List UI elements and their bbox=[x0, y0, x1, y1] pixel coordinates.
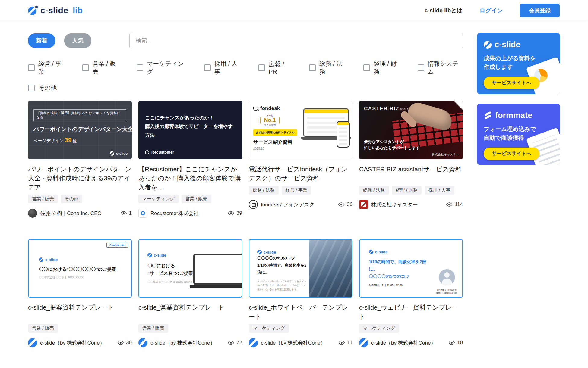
tab-new[interactable]: 新着 bbox=[28, 33, 55, 48]
tag[interactable]: その他 bbox=[61, 195, 83, 203]
checkbox-icon[interactable] bbox=[82, 64, 89, 71]
recustomer-logo: Recustomer bbox=[145, 150, 174, 154]
tab-popular[interactable]: 人気 bbox=[64, 33, 91, 48]
filter-it[interactable]: 情報システム bbox=[418, 60, 463, 76]
author-name[interactable]: c-slide（by 株式会社Cone） bbox=[371, 339, 445, 346]
slide-card[interactable]: 【資料作成時に活用】真似するだけでキレイな資料になる パワーポイントのデザインパ… bbox=[28, 101, 132, 218]
tag[interactable]: 営業 / 販売 bbox=[28, 324, 58, 333]
tag[interactable]: マーケティング bbox=[138, 195, 179, 203]
filter-finance[interactable]: 経理 / 財務 bbox=[363, 60, 401, 76]
slide-title[interactable]: 【Recustomer】ここにチャンスがあったのか！購入後の顧客体験で購入者を… bbox=[138, 165, 242, 192]
about-link[interactable]: c-slide libとは bbox=[425, 7, 463, 14]
author-name[interactable]: 株式会社キャスター bbox=[371, 201, 443, 208]
filter-other[interactable]: その他 bbox=[28, 84, 57, 92]
promo-copy-line-1: 成果の上がる資料を bbox=[484, 54, 553, 63]
laptop-mockup bbox=[193, 254, 242, 285]
tag[interactable]: 営業 / 販売 bbox=[182, 195, 211, 203]
checkbox-icon[interactable] bbox=[28, 85, 35, 91]
slide-title[interactable]: c-slide_ウェビナー資料テンプレート bbox=[359, 303, 463, 321]
slide-card[interactable]: fondesk 下半期 No.1 導入企業数 まずは14日間の無料トライアル サ… bbox=[249, 101, 352, 218]
slide-thumbnail[interactable]: CASTER BIZassistant 優秀なアシスタントが 忙しいあなたをサポ… bbox=[359, 101, 463, 159]
slide-thumbnail[interactable]: 【資料作成時に活用】真似するだけでキレイな資料になる パワーポイントのデザインパ… bbox=[28, 101, 132, 159]
fondesk-logo-text: fondesk bbox=[260, 105, 280, 111]
view-count-value: 39 bbox=[236, 210, 242, 216]
tag-list: 総務 / 法務 経理 / 財務 採用 / 人事 bbox=[359, 186, 463, 195]
filter-pr[interactable]: 広報 / PR bbox=[258, 60, 293, 76]
checkbox-icon[interactable] bbox=[309, 64, 316, 71]
slide-title[interactable]: 電話代行サービスfondesk（フォンデスク）のサービス資料 bbox=[249, 165, 352, 183]
checkbox-icon[interactable] bbox=[28, 64, 35, 71]
c-slide-logo-icon bbox=[28, 6, 38, 15]
tag[interactable]: 営業 / 販売 bbox=[28, 195, 58, 203]
search-input[interactable] bbox=[129, 33, 463, 48]
slide-card[interactable]: c-slide 〇〇における "サービス名"のご提案 〇〇株式会社 〇〇さま 2… bbox=[138, 239, 242, 347]
thumb-line-1: ここにチャンスがあったのか！ bbox=[145, 114, 236, 122]
author-name[interactable]: Recustomer株式会社 bbox=[150, 210, 225, 217]
tag[interactable]: 総務 / 法務 bbox=[249, 186, 279, 195]
filter-marketing[interactable]: マーケティング bbox=[137, 60, 188, 76]
author-name[interactable]: c-slide（by 株式会社Cone） bbox=[150, 339, 225, 346]
service-site-button[interactable]: サービスサイトへ bbox=[484, 148, 539, 160]
filter-legal[interactable]: 総務 / 法務 bbox=[309, 60, 347, 76]
slide-thumbnail[interactable]: c-slide 〇〇〇〇の5つのコツ 1/10の時間で、商談化率を2倍に。 ター… bbox=[249, 239, 352, 298]
filter-management[interactable]: 経営 / 事業 bbox=[28, 60, 66, 76]
slide-card[interactable]: CASTER BIZassistant 優秀なアシスタントが 忙しいあなたをサポ… bbox=[359, 101, 463, 218]
tag[interactable]: 経理 / 財務 bbox=[392, 186, 422, 195]
slide-thumbnail[interactable]: Confidential c-slide 〇〇における"〇〇〇〇〇〇"のご提案 … bbox=[28, 239, 132, 298]
no1-badge: 下半期 No.1 導入企業数 bbox=[253, 114, 286, 127]
site-logo[interactable]: c-slide lib bbox=[28, 6, 83, 15]
slide-thumbnail[interactable]: c-slide 1/10の時間で、商談化率を2倍に。 〇〇〇〇の5つのコツ 20… bbox=[359, 239, 463, 298]
slide-title[interactable]: c-slide_提案資料テンプレート bbox=[28, 303, 132, 321]
filter-label: 経理 / 財務 bbox=[374, 60, 401, 76]
filter-hr[interactable]: 採用 / 人事 bbox=[204, 60, 242, 76]
tag[interactable]: マーケティング bbox=[359, 324, 399, 333]
tag[interactable]: マーケティング bbox=[249, 324, 289, 333]
tag[interactable]: 経営 / 事業 bbox=[282, 186, 311, 195]
slide-thumbnail[interactable]: c-slide 〇〇における "サービス名"のご提案 〇〇株式会社 〇〇さま 2… bbox=[138, 239, 242, 298]
slide-card[interactable]: c-slide 1/10の時間で、商談化率を2倍に。 〇〇〇〇の5つのコツ 20… bbox=[359, 239, 463, 347]
checkbox-icon[interactable] bbox=[204, 64, 211, 71]
slide-title[interactable]: c-slide_営業資料テンプレート bbox=[138, 303, 242, 321]
filter-sales[interactable]: 営業 / 販売 bbox=[82, 60, 120, 76]
formmate-promo-banner[interactable]: formmate フォーム埋め込みで 自動で商談獲得 サービスサイトへ bbox=[477, 104, 560, 165]
c-slide-logo: c-slide bbox=[369, 250, 462, 254]
promo-copy: フォーム埋め込みで 自動で商談獲得 bbox=[484, 125, 553, 142]
c-slide-mini-icon bbox=[39, 257, 43, 262]
thumb-date: 2025.10 bbox=[253, 147, 348, 150]
view-count-value: 30 bbox=[126, 340, 132, 346]
c-slide-promo-banner[interactable]: c-slide 成果の上がる資料を 作成します サービスサイトへ bbox=[477, 33, 560, 94]
login-link[interactable]: ログイン bbox=[479, 7, 503, 14]
checkbox-icon[interactable] bbox=[137, 64, 143, 71]
signup-button[interactable]: 会員登録 bbox=[520, 4, 560, 17]
badge-texts: 下半期 No.1 導入企業数 bbox=[264, 114, 276, 127]
slide-title[interactable]: c-slide_ホワイトペーパーテンプレート bbox=[249, 303, 352, 321]
slide-title[interactable]: パワーポイントのデザインパターン大全 - 資料作成時に使える39のアイデア bbox=[28, 165, 132, 192]
service-site-button[interactable]: サービスサイトへ bbox=[484, 77, 539, 89]
checkbox-icon[interactable] bbox=[363, 64, 370, 71]
view-count: 36 bbox=[338, 201, 352, 208]
tag[interactable]: 採用 / 人事 bbox=[425, 186, 454, 195]
author-avatar bbox=[249, 338, 258, 347]
slide-thumbnail[interactable]: fondesk 下半期 No.1 導入企業数 まずは14日間の無料トライアル サ… bbox=[249, 101, 352, 159]
checkbox-icon[interactable] bbox=[418, 64, 424, 71]
eye-icon bbox=[120, 210, 127, 217]
c-slide-mini-icon bbox=[110, 151, 114, 156]
tag[interactable]: 総務 / 法務 bbox=[359, 186, 389, 195]
view-count-value: 36 bbox=[347, 201, 352, 207]
author-name[interactable]: c-slide（by 株式会社Cone） bbox=[40, 339, 114, 346]
author-name[interactable]: c-slide（by 株式会社Cone） bbox=[261, 339, 335, 346]
eye-icon bbox=[228, 339, 234, 346]
slide-title[interactable]: CASTER BIZ assistantサービス資料 bbox=[359, 165, 463, 183]
author-name[interactable]: fondesk / フォンデスク bbox=[261, 201, 335, 208]
thumb-line-2: 購入後の顧客体験でリピーターを増やす方法 bbox=[145, 122, 236, 140]
slide-card[interactable]: Confidential c-slide 〇〇における"〇〇〇〇〇〇"のご提案 … bbox=[28, 239, 132, 347]
view-count: 1 bbox=[120, 210, 132, 217]
slide-card[interactable]: c-slide 〇〇〇〇の5つのコツ 1/10の時間で、商談化率を2倍に。 ター… bbox=[249, 239, 352, 347]
slide-thumbnail[interactable]: ここにチャンスがあったのか！ 購入後の顧客体験でリピーターを増やす方法 Recu… bbox=[138, 101, 242, 159]
slide-card[interactable]: ここにチャンスがあったのか！ 購入後の顧客体験でリピーターを増やす方法 Recu… bbox=[138, 101, 242, 218]
filters-row-2: その他 bbox=[28, 84, 463, 92]
checkbox-icon[interactable] bbox=[258, 64, 265, 71]
card-meta: c-slide（by 株式会社Cone） 72 bbox=[138, 338, 242, 347]
author-name[interactable]: 佐藤 立樹｜Cone Inc. CEO bbox=[40, 210, 117, 217]
tag[interactable]: 営業 / 販売 bbox=[138, 324, 168, 333]
